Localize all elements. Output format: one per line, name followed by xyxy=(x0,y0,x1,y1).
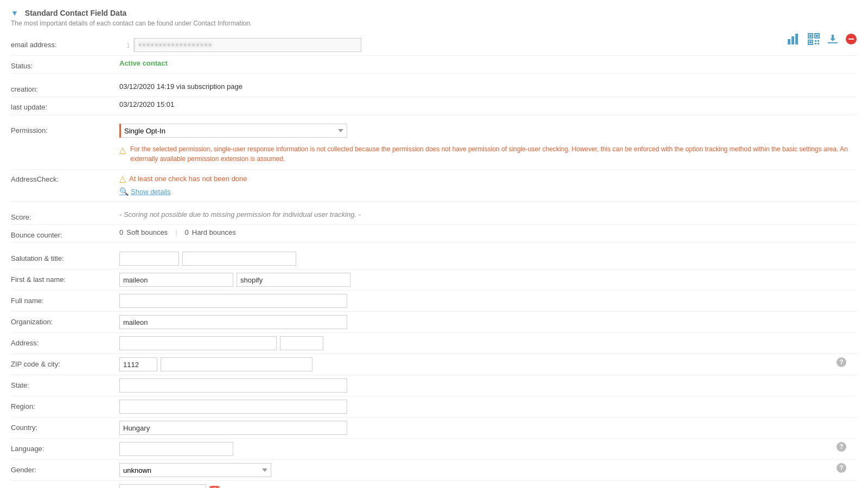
language-value xyxy=(119,442,857,456)
gender-help-icon[interactable]: ? xyxy=(837,463,846,473)
gender-value: unknown male female other xyxy=(119,463,857,477)
score-label: Score: xyxy=(11,210,119,221)
last-update-value: 03/12/2020 15:01 xyxy=(119,100,857,108)
creation-label: creation: xyxy=(11,82,119,93)
title-input[interactable] xyxy=(182,252,296,266)
salutation-label: Salutation & title: xyxy=(11,252,119,262)
full-name-value xyxy=(119,294,857,308)
full-name-label: Full name: xyxy=(11,294,119,305)
address-check-row: AddressCheck: △ At least one check has n… xyxy=(11,170,857,202)
address-warning-text: At least one check has not been done xyxy=(129,175,247,183)
date-of-birth-row: Date of birth: 📅 xyxy=(11,481,857,488)
address-check-label: AddressCheck: xyxy=(11,173,119,183)
region-input[interactable] xyxy=(119,400,347,414)
section-title: ▼ Standard Contact Field Data xyxy=(11,9,857,17)
permission-value: Single Opt-In △ For the selected permiss… xyxy=(119,124,857,164)
permission-warning-block: △ For the selected permission, single-us… xyxy=(119,144,857,164)
zip-help-icon[interactable]: ? xyxy=(837,357,846,367)
date-of-birth-calendar-icon[interactable]: 📅 xyxy=(208,485,220,488)
last-update-label: last update: xyxy=(11,100,119,111)
delete-icon[interactable] xyxy=(845,33,857,48)
status-row: Status: Active contact xyxy=(11,56,857,74)
salutation-input[interactable] xyxy=(119,252,179,266)
hard-bounce-label: Hard bounces xyxy=(192,228,236,236)
country-label: Country: xyxy=(11,421,119,432)
city-input[interactable] xyxy=(161,357,312,371)
svg-rect-15 xyxy=(848,38,854,40)
state-input[interactable] xyxy=(119,378,347,393)
soft-bounce-label: Soft bounces xyxy=(126,228,168,236)
zip-city-value xyxy=(119,357,857,371)
chart-icon[interactable] xyxy=(788,34,801,47)
status-active-text: Active contact xyxy=(119,59,168,67)
salutation-row: Salutation & title: xyxy=(11,248,857,269)
svg-rect-7 xyxy=(816,35,818,37)
status-label: Status: xyxy=(11,59,119,70)
address-line2-input[interactable] xyxy=(280,336,323,350)
status-value: Active contact xyxy=(119,59,857,67)
svg-rect-1 xyxy=(792,36,794,44)
date-of-birth-wrapper: 📅 xyxy=(119,484,220,488)
toolbar-icons xyxy=(788,33,857,48)
svg-rect-8 xyxy=(809,41,812,43)
email-input[interactable] xyxy=(133,38,361,52)
date-of-birth-input[interactable] xyxy=(119,484,206,488)
date-of-birth-label: Date of birth: xyxy=(11,484,119,488)
email-value: 1 xyxy=(119,38,857,52)
email-number: 1 xyxy=(119,41,130,49)
score-row: Score: - Scoring not possible due to mis… xyxy=(11,207,857,225)
svg-rect-0 xyxy=(788,39,790,44)
bounce-value: 0 Soft bounces | 0 Hard bounces xyxy=(119,228,857,236)
language-input[interactable] xyxy=(119,442,233,456)
first-last-name-value xyxy=(119,273,857,287)
bounce-separator: | xyxy=(175,228,177,236)
creation-value: 03/12/2020 14:19 via subscription page xyxy=(119,82,857,91)
permission-warning-text: For the selected permission, single-user… xyxy=(130,144,857,164)
last-update-row: last update: 03/12/2020 15:01 xyxy=(11,97,857,115)
email-row: email address: 1 xyxy=(11,35,857,56)
download-icon[interactable] xyxy=(827,33,839,48)
full-name-input[interactable] xyxy=(119,294,347,308)
gender-select[interactable]: unknown male female other xyxy=(119,463,271,477)
organization-label: Organization: xyxy=(11,315,119,326)
score-value: - Scoring not possible due to missing pe… xyxy=(119,210,857,219)
section-title-text: Standard Contact Field Data xyxy=(25,9,126,17)
date-of-birth-value: 📅 xyxy=(119,484,857,488)
state-value xyxy=(119,378,857,393)
page-wrapper: ▼ Standard Contact Field Data The most i… xyxy=(0,0,868,488)
permission-select[interactable]: Single Opt-In xyxy=(119,124,347,138)
region-row: Region: xyxy=(11,396,857,418)
svg-rect-6 xyxy=(809,35,812,37)
state-row: State: xyxy=(11,375,857,396)
region-label: Region: xyxy=(11,400,119,410)
last-name-input[interactable] xyxy=(237,273,350,287)
show-details-link[interactable]: 🔍 Show details xyxy=(119,187,171,196)
state-label: State: xyxy=(11,378,119,389)
svg-rect-2 xyxy=(795,34,798,44)
zip-input[interactable] xyxy=(119,357,157,371)
address-value xyxy=(119,336,857,350)
language-help-icon[interactable]: ? xyxy=(837,442,846,452)
gender-label: Gender: xyxy=(11,463,119,474)
show-details-text: Show details xyxy=(131,188,171,196)
creation-row: creation: 03/12/2020 14:19 via subscript… xyxy=(11,79,857,97)
first-name-input[interactable] xyxy=(119,273,233,287)
address-line1-input[interactable] xyxy=(119,336,277,350)
region-value xyxy=(119,400,857,414)
full-name-row: Full name: xyxy=(11,291,857,312)
search-icon: 🔍 xyxy=(119,187,129,196)
country-input[interactable] xyxy=(119,421,347,435)
zip-city-label: ZIP code & city: xyxy=(11,357,119,368)
email-label: email address: xyxy=(11,38,119,49)
language-row: Language: ? xyxy=(11,439,857,460)
organization-input[interactable] xyxy=(119,315,347,329)
first-last-name-row: First & last name: xyxy=(11,269,857,291)
svg-rect-13 xyxy=(828,42,838,43)
qr-icon[interactable] xyxy=(807,33,820,48)
collapse-icon[interactable]: ▼ xyxy=(11,9,18,17)
svg-rect-9 xyxy=(815,40,816,42)
soft-bounce-count: 0 xyxy=(119,228,123,236)
organization-row: Organization: xyxy=(11,312,857,333)
address-warning-icon: △ xyxy=(119,174,126,184)
permission-warning-icon: △ xyxy=(119,145,126,155)
